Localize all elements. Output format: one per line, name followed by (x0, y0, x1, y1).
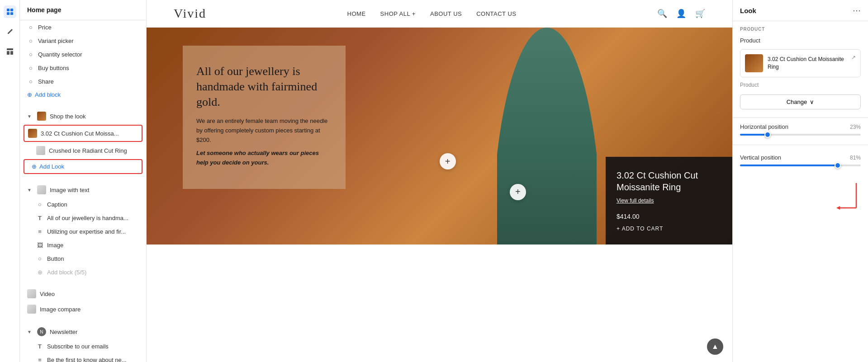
image-compare-thumb (27, 305, 36, 314)
add-block-5-item[interactable]: ⊕ Add block (5/5) (20, 265, 146, 279)
shop-look-product-1[interactable]: 3.02 Ct Cushion Cut Moissa... (24, 126, 142, 141)
sidebar: Home page ○ Price ○ Variant picker ○ Qua… (20, 0, 147, 362)
nav-shop-all[interactable]: SHOP ALL + (380, 10, 416, 17)
plus-button-1[interactable]: + (440, 153, 456, 169)
shop-look-thumb (37, 112, 46, 121)
lines-icon: ≡ (36, 228, 43, 235)
search-icon[interactable]: 🔍 (657, 9, 667, 19)
button-item[interactable]: ○ Button (20, 252, 146, 265)
scroll-to-top-button[interactable]: ▲ (707, 338, 723, 355)
circle-icon-btn: ○ (36, 255, 43, 262)
hero-heading: All of our jewellery is handmade with fa… (196, 64, 332, 109)
plus-button-2[interactable]: + (510, 184, 526, 200)
add-to-cart-button[interactable]: + ADD TO CART (617, 226, 721, 232)
sidebar-item-quantity[interactable]: ○ Quantity selector (20, 47, 146, 61)
image-with-text-header[interactable]: ▼ Image with text (20, 182, 146, 197)
newsletter-thumb: N (37, 327, 46, 336)
image-compare-header[interactable]: Image compare (20, 301, 146, 317)
vertical-position-label-row: Vertical position 81% (740, 154, 861, 161)
svg-marker-9 (836, 206, 840, 210)
external-link-icon[interactable]: ↗ (851, 54, 856, 61)
sidebar-item-quantity-label: Quantity selector (38, 51, 139, 58)
circle-icon-caption: ○ (36, 201, 43, 208)
sidebar-item-variant-label: Variant picker (38, 38, 139, 44)
preview-area: Vivid HOME SHOP ALL + ABOUT US CONTACT U… (147, 0, 732, 362)
panel-product-section: PRODUCT (733, 21, 868, 33)
sidebar-item-buy[interactable]: ○ Buy buttons (20, 61, 146, 75)
add-look-button[interactable]: ⊕ Add Look (24, 160, 142, 173)
circle-icon-5: ○ (27, 78, 34, 85)
nav-about[interactable]: ABOUT US (430, 10, 462, 17)
product-2-label: Crushed Ice Radiant Cut Ring (49, 147, 139, 154)
store-logo: Vivid (174, 6, 206, 21)
image-with-text-label: Image with text (50, 187, 89, 193)
panel-product-sub-label: Product (733, 80, 868, 92)
change-chevron-icon: ∨ (810, 99, 814, 105)
add-block-5-label: Add block (5/5) (47, 269, 86, 276)
caption-label: Caption (47, 201, 67, 208)
vertical-slider-track[interactable] (740, 165, 861, 166)
change-product-button[interactable]: Change ∨ (740, 94, 861, 109)
T-icon: T (36, 214, 43, 221)
layout-icon[interactable] (4, 45, 16, 58)
shop-the-look-label: Shop the look (50, 113, 86, 120)
vertical-slider-thumb[interactable] (835, 162, 841, 169)
image-item[interactable]: 🖼 Image (20, 238, 146, 252)
account-icon[interactable]: 👤 (676, 9, 686, 19)
heading-item[interactable]: T All of our jewellery is handma... (20, 211, 146, 225)
image-label: Image (47, 242, 63, 249)
panel-product-card: 3.02 Ct Cushion Cut Moissanite Ring ↗ (740, 49, 861, 77)
plus-gray-icon: ⊕ (36, 268, 43, 276)
product-1-label: 3.02 Ct Cushion Cut Moissa... (41, 130, 134, 137)
svg-rect-5 (7, 51, 9, 55)
svg-rect-0 (7, 9, 9, 11)
circle-icon-2: ○ (27, 37, 34, 44)
lines-icon-2: ≡ (36, 356, 43, 362)
sidebar-item-variant-picker[interactable]: ○ Variant picker (20, 34, 146, 47)
panel-product-thumb (745, 54, 763, 72)
horizontal-slider-track[interactable] (740, 134, 861, 136)
red-arrow-annotation (834, 181, 861, 217)
svg-rect-4 (7, 48, 13, 50)
vertical-position-label: Vertical position (740, 154, 781, 161)
chevron-down-icon-2: ▼ (27, 188, 32, 193)
product-card-name: 3.02 Ct Cushion Cut Moissanite Ring (617, 169, 721, 193)
chevron-down-icon: ▼ (27, 114, 32, 119)
sidebar-item-share[interactable]: ○ Share (20, 75, 146, 88)
woman-figure (497, 28, 597, 244)
newsletter-header[interactable]: ▼ N Newsletter (20, 324, 146, 339)
first-know-item[interactable]: ≡ Be the first to know about ne... (20, 353, 146, 362)
button-label: Button (47, 255, 64, 262)
horizontal-slider-thumb[interactable] (764, 132, 771, 138)
change-label: Change (787, 99, 807, 105)
grid-icon[interactable] (4, 5, 16, 18)
nav-icons: 🔍 👤 🛒 (657, 9, 705, 19)
svg-rect-3 (10, 12, 13, 15)
panel-product-label: Product (733, 33, 868, 47)
text-item[interactable]: ≡ Utilizing our expertise and fir... (20, 225, 146, 238)
circle-icon-3: ○ (27, 51, 34, 58)
panel-title: Look (740, 7, 756, 14)
product-2-thumb (36, 146, 45, 155)
nav-home[interactable]: HOME (347, 10, 366, 17)
view-full-details-link[interactable]: View full details (617, 197, 721, 204)
image-icon: 🖼 (36, 241, 43, 249)
svg-rect-2 (7, 12, 9, 15)
vertical-position-section: Vertical position 81% (733, 149, 868, 172)
icon-bar (0, 0, 20, 362)
pen-icon[interactable] (4, 25, 16, 38)
shop-look-product-2[interactable]: Crushed Ice Radiant Cut Ring (20, 143, 146, 158)
subscribe-item[interactable]: T Subscribe to our emails (20, 339, 146, 353)
hero-image: All of our jewellery is handmade with fa… (147, 28, 732, 244)
nav-contact[interactable]: CONTACT US (476, 10, 516, 17)
add-block-button[interactable]: ⊕ Add block (20, 88, 146, 101)
sidebar-item-share-label: Share (38, 78, 139, 85)
video-header[interactable]: Video (20, 286, 146, 301)
sidebar-item-price[interactable]: ○ Price (20, 20, 146, 34)
horizontal-position-label: Horizontal position (740, 123, 788, 130)
hero-para-2: Let someone who actually wears our piece… (196, 149, 332, 168)
panel-menu-button[interactable]: ⋯ (853, 5, 861, 15)
cart-icon[interactable]: 🛒 (695, 9, 705, 19)
shop-the-look-header[interactable]: ▼ Shop the look (20, 108, 146, 124)
caption-item[interactable]: ○ Caption (20, 197, 146, 211)
